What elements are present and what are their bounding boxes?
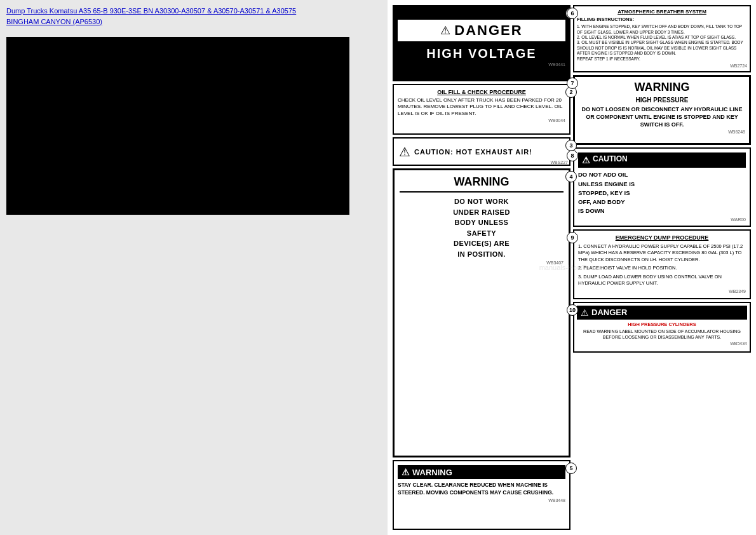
- atmo-body: 1. WITH ENGINE STOPPED, KEY SWITCH OFF A…: [577, 24, 747, 62]
- danger-text: DANGER: [454, 22, 522, 39]
- warning-high-pressure-label: WARNING HIGH PRESSURE DO NOT LOOSEN OR D…: [573, 75, 751, 145]
- label-code-9: WB2349: [578, 289, 746, 294]
- caution-dnao-body: DO NOT ADD OIL UNLESS ENGINE IS STOPPED,…: [578, 170, 746, 215]
- label-9-container: EMERGENCY DUMP PROCEDURE 1. CONNECT A HY…: [573, 229, 751, 299]
- caution-exhaust-text: CAUTION: HOT EXHAUST AIR!: [414, 148, 532, 156]
- right-panel: manuals-HowTo.com ⚠ DANGER HIGH VOLTAGE …: [388, 0, 756, 535]
- label-code-1: WB0441: [548, 62, 565, 67]
- emergency-dump-item-1: 1. CONNECT A HYDRAULIC POWER SUPPLY CAPA…: [578, 243, 746, 264]
- document-link-1[interactable]: Dump Trucks Komatsu A35 65-B 930E-3SE BN…: [6, 6, 381, 16]
- label-code-7: WB6248: [579, 130, 745, 134]
- danger-high-pressure-cylinders-label: ⚠ DANGER HIGH PRESSURE CYLINDERS READ WA…: [573, 302, 751, 353]
- oil-fill-title: OIL FILL & CHECK PROCEDURE: [398, 89, 565, 95]
- warning-do-not-work-label: WARNING DO NOT WORK UNDER RAISED BODY UN…: [393, 168, 570, 457]
- oil-fill-body: CHECK OIL LEVEL ONLY AFTER TRUCK HAS BEE…: [398, 97, 565, 117]
- danger-high-voltage-label: ⚠ DANGER HIGH VOLTAGE WB0441: [393, 5, 570, 81]
- warning-sc-body: STAY CLEAR. CLEARANCE REDUCED WHEN MACHI…: [398, 482, 565, 497]
- caution-dnao-title: CAUTION: [593, 154, 628, 163]
- oil-fill-label: OIL FILL & CHECK PROCEDURE CHECK OIL LEV…: [393, 84, 570, 135]
- danger-hpc-title: DANGER: [591, 308, 627, 317]
- warning-sc-title: WARNING: [412, 468, 452, 477]
- danger-hpc-body: READ WARNING LABEL MOUNTED ON SIDE OF AC…: [577, 328, 747, 340]
- left-column: ⚠ DANGER HIGH VOLTAGE WB0441 1 OIL FILL …: [393, 5, 570, 530]
- label-code-5: WB3448: [398, 498, 565, 503]
- label-3-container: ⚠ CAUTION: HOT EXHAUST AIR! WBS227 3: [393, 137, 570, 166]
- warning-hp-subtitle: HIGH PRESSURE: [579, 97, 745, 104]
- emergency-dump-body: 1. CONNECT A HYDRAULIC POWER SUPPLY CAPA…: [578, 243, 746, 287]
- label-7-container: WARNING HIGH PRESSURE DO NOT LOOSEN OR D…: [573, 75, 751, 145]
- warning-dnw-body: DO NOT WORK UNDER RAISED BODY UNLESS SAF…: [400, 196, 564, 259]
- label-number-3: 3: [565, 140, 577, 151]
- label-number-4: 4: [565, 171, 577, 182]
- emergency-dump-item-2: 2. PLACE HOIST VALVE IN HOLD POSITION.: [578, 265, 746, 272]
- danger-hpc-header: ⚠ DANGER: [577, 306, 747, 320]
- warning-hp-body: DO NOT LOOSEN OR DISCONNECT ANY HYDRAULI…: [579, 106, 745, 128]
- warning-dnw-title: WARNING: [400, 175, 564, 193]
- danger-hpc-triangle-icon: ⚠: [581, 308, 589, 318]
- warning-hp-title: WARNING: [579, 81, 745, 94]
- label-6-container: ATMOSPHERIC BREATHER SYSTEM FILLING INST…: [573, 5, 751, 72]
- warning-sc-triangle-icon: ⚠: [402, 467, 410, 477]
- right-column: ATMOSPHERIC BREATHER SYSTEM FILLING INST…: [573, 5, 751, 530]
- label-code-10: WB5434: [577, 341, 747, 346]
- label-number-5: 5: [565, 463, 577, 474]
- label-4-container: WARNING DO NOT WORK UNDER RAISED BODY UN…: [393, 168, 570, 457]
- label-number-6: 6: [567, 8, 578, 19]
- labels-grid: ⚠ DANGER HIGH VOLTAGE WB0441 1 OIL FILL …: [393, 5, 751, 530]
- caution-do-not-add-oil-label: ⚠ CAUTION DO NOT ADD OIL UNLESS ENGINE I…: [573, 147, 751, 226]
- emergency-dump-title: EMERGENCY DUMP PROCEDURE: [578, 234, 746, 241]
- label-8-container: ⚠ CAUTION DO NOT ADD OIL UNLESS ENGINE I…: [573, 147, 751, 226]
- caution-dnao-triangle-icon: ⚠: [582, 155, 590, 165]
- danger-hpc-subtitle: HIGH PRESSURE CYLINDERS: [577, 322, 747, 327]
- emergency-dump-label: EMERGENCY DUMP PROCEDURE 1. CONNECT A HY…: [573, 229, 751, 299]
- danger-header: ⚠ DANGER: [398, 20, 565, 41]
- emergency-dump-item-3: 3. DUMP LOAD AND LOWER BODY USING CONTRO…: [578, 274, 746, 287]
- label-number-10: 10: [567, 304, 578, 316]
- warning-sc-header: ⚠ WARNING: [398, 465, 565, 479]
- preview-black-box: [6, 37, 349, 215]
- atmo-title: ATMOSPHERIC BREATHER SYSTEM: [577, 9, 747, 15]
- label-code-4: WB3407: [400, 261, 564, 265]
- left-panel: Dump Trucks Komatsu A35 65-B 930E-3SE BN…: [0, 0, 388, 535]
- label-code-6: WB2724: [577, 63, 747, 69]
- label-5-container: ⚠ WARNING STAY CLEAR. CLEARANCE REDUCED …: [393, 460, 570, 530]
- label-10-container: ⚠ DANGER HIGH PRESSURE CYLINDERS READ WA…: [573, 302, 751, 353]
- label-1-container: ⚠ DANGER HIGH VOLTAGE WB0441 1: [393, 5, 570, 81]
- atmospheric-breather-label: ATMOSPHERIC BREATHER SYSTEM FILLING INST…: [573, 5, 751, 72]
- warning-triangle-icon: ⚠: [440, 24, 450, 37]
- caution-triangle-icon: ⚠: [399, 144, 410, 159]
- high-voltage-text: HIGH VOLTAGE: [426, 46, 536, 61]
- document-link-2[interactable]: BINGHAM CANYON (AP6530): [6, 17, 381, 27]
- label-number-9: 9: [567, 232, 578, 243]
- label-2-container: OIL FILL & CHECK PROCEDURE CHECK OIL LEV…: [393, 84, 570, 135]
- warning-stay-clear-label: ⚠ WARNING STAY CLEAR. CLEARANCE REDUCED …: [393, 460, 570, 530]
- atmo-subtitle: FILLING INSTRUCTIONS:: [577, 17, 747, 23]
- label-code-2: WB0044: [398, 118, 565, 123]
- label-code-8: WAR00: [578, 217, 746, 222]
- label-code-3: WBS227: [550, 160, 568, 165]
- caution-dnao-header: ⚠ CAUTION: [578, 152, 746, 168]
- caution-exhaust-label: ⚠ CAUTION: HOT EXHAUST AIR! WBS227: [393, 137, 570, 166]
